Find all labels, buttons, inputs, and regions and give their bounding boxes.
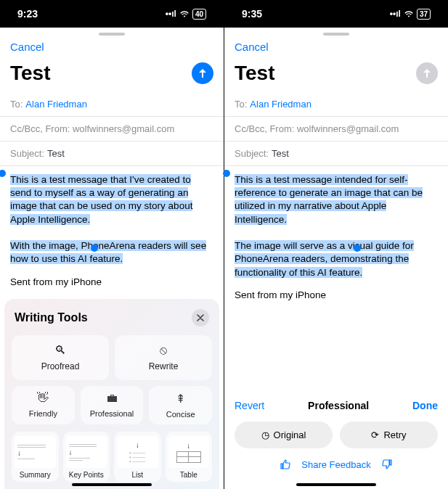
body-paragraph-2[interactable]: With the image, PhoneArena readers will …	[10, 240, 206, 264]
compose-title: Test	[235, 62, 275, 85]
subject-field[interactable]: Subject: Test	[224, 141, 448, 166]
cancel-button[interactable]: Cancel	[10, 41, 44, 53]
table-button[interactable]: ↓ Table	[166, 432, 213, 482]
body-paragraph-1[interactable]: This is a test message that I've created…	[10, 174, 192, 225]
selection-handle-end[interactable]	[91, 244, 98, 252]
proofread-label: Proofread	[41, 361, 80, 371]
summary-button[interactable]: ↓ Summary	[12, 432, 59, 482]
friendly-label: Friendly	[29, 409, 57, 418]
arrow-up-icon	[421, 67, 433, 79]
body-paragraph-2[interactable]: The image will serve as a visual guide f…	[235, 240, 414, 277]
compress-icon: ⇞	[176, 392, 185, 406]
wave-icon: 👋︎	[37, 392, 49, 405]
summary-preview-icon: ↓	[15, 436, 56, 468]
status-bar: 9:35 ••ıl 37	[224, 0, 448, 28]
subject-label: Subject:	[10, 148, 44, 159]
home-indicator[interactable]	[296, 483, 376, 486]
cellular-icon: ••ıl	[390, 9, 401, 19]
selection-handle-end[interactable]	[354, 244, 361, 252]
thumbs-down-icon	[381, 459, 393, 470]
home-indicator[interactable]	[72, 483, 152, 486]
status-indicators: ••ıl 37	[390, 9, 431, 20]
magnifier-icon: 🔍︎	[54, 344, 66, 357]
proofread-button[interactable]: 🔍︎ Proofread	[12, 335, 109, 380]
keypoints-button[interactable]: ↓ Key Points	[63, 432, 110, 482]
sheet-handle[interactable]	[224, 28, 448, 41]
share-feedback-button[interactable]: Share Feedback	[301, 459, 370, 470]
arrow-up-icon	[197, 67, 208, 79]
keypoints-preview-icon: ↓	[66, 436, 107, 468]
rewrite-button[interactable]: ⦸ Rewrite	[115, 335, 212, 380]
sheet-handle[interactable]	[0, 28, 224, 41]
cc-from-field[interactable]: Cc/Bcc, From: wolfwinners@gmail.com	[0, 117, 224, 141]
concise-button[interactable]: ⇞ Concise	[149, 386, 212, 424]
to-label: To:	[235, 99, 247, 110]
email-body[interactable]: This is a test message that I've created…	[0, 166, 224, 272]
status-time: 9:35	[242, 8, 262, 20]
close-button[interactable]	[192, 309, 209, 326]
subject-value: Test	[272, 148, 289, 159]
thumbs-down-button[interactable]	[381, 459, 393, 470]
summary-label: Summary	[20, 471, 51, 479]
briefcase-icon: 💼︎	[106, 392, 118, 405]
signature: Sent from my iPhone	[0, 272, 224, 292]
subject-field[interactable]: Subject: Test	[0, 141, 224, 166]
status-time: 9:23	[17, 8, 38, 20]
rewrite-label: Rewrite	[149, 361, 179, 371]
to-field[interactable]: To: Alan Friedman	[224, 92, 448, 117]
cc-from-text: Cc/Bcc, From: wolfwinners@gmail.com	[10, 123, 174, 134]
original-label: Original	[274, 430, 306, 440]
cancel-button[interactable]: Cancel	[235, 41, 269, 53]
cc-from-text: Cc/Bcc, From: wolfwinners@gmail.com	[235, 123, 399, 134]
wifi-icon	[404, 10, 414, 18]
professional-button[interactable]: 💼︎ Professional	[81, 386, 144, 424]
phone-right: 9:35 ••ıl 37 Cancel Test To: Alan Friedm…	[224, 0, 448, 489]
battery-icon: 40	[192, 9, 206, 20]
concise-label: Concise	[166, 410, 195, 419]
writing-tools-title: Writing Tools	[15, 311, 88, 324]
keypoints-label: Key Points	[69, 471, 104, 479]
subject-label: Subject:	[235, 148, 269, 159]
signature: Sent from my iPhone	[224, 285, 448, 305]
battery-icon: 37	[417, 9, 431, 20]
list-preview-icon: ↓• ———• ———• ———	[117, 436, 158, 468]
original-button[interactable]: ◷ Original	[235, 422, 333, 448]
to-label: To:	[10, 99, 23, 110]
done-button[interactable]: Done	[412, 400, 438, 411]
to-field[interactable]: To: Alan Friedman	[0, 92, 224, 117]
table-label: Table	[180, 471, 197, 479]
to-recipient[interactable]: Alan Friedman	[250, 99, 311, 110]
phone-left: 9:23 ••ıl 40 Cancel Test To: Alan Friedm…	[0, 0, 224, 489]
to-recipient[interactable]: Alan Friedman	[25, 99, 87, 110]
cellular-icon: ••ıl	[166, 9, 176, 19]
subject-value: Test	[47, 148, 65, 159]
result-title: Professional	[308, 400, 369, 411]
feedback-row: Share Feedback	[235, 459, 438, 470]
send-button[interactable]	[416, 62, 438, 84]
professional-label: Professional	[90, 409, 134, 418]
list-label: List	[131, 471, 143, 479]
thumbs-up-button[interactable]	[280, 459, 291, 470]
cc-from-field[interactable]: Cc/Bcc, From: wolfwinners@gmail.com	[224, 117, 448, 141]
body-paragraph-1[interactable]: This is a test message intended for self…	[235, 174, 423, 225]
clock-icon: ◷	[261, 430, 269, 440]
selection-handle-start[interactable]	[0, 170, 6, 177]
retry-label: Retry	[383, 430, 406, 440]
selection-handle-start[interactable]	[223, 170, 230, 177]
status-bar: 9:23 ••ıl 40	[0, 0, 224, 28]
list-button[interactable]: ↓• ———• ———• ——— List	[114, 432, 161, 482]
revert-button[interactable]: Revert	[235, 400, 264, 411]
wifi-icon	[179, 10, 190, 18]
table-preview-icon: ↓	[168, 436, 210, 468]
thumbs-up-icon	[280, 459, 291, 470]
compass-icon: ⦸	[160, 344, 167, 357]
refresh-icon: ⟳	[371, 430, 379, 440]
compose-title: Test	[10, 62, 51, 85]
friendly-button[interactable]: 👋︎ Friendly	[12, 386, 75, 424]
close-icon	[197, 314, 204, 321]
send-button[interactable]	[192, 62, 213, 84]
status-indicators: ••ıl 40	[166, 9, 206, 20]
writing-tools-panel: Writing Tools 🔍︎ Proofread ⦸ Rewrite 👋︎ …	[4, 299, 219, 489]
retry-button[interactable]: ⟳ Retry	[340, 422, 438, 448]
email-body[interactable]: This is a test message intended for self…	[224, 166, 448, 285]
